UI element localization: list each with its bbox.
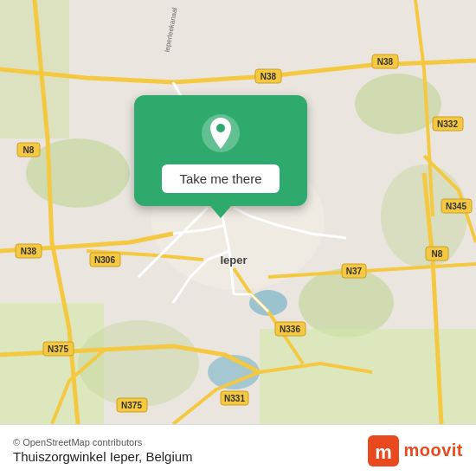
svg-point-1 <box>26 138 130 208</box>
popup-card: Take me there <box>134 95 307 206</box>
moovit-text: moovit <box>403 441 463 460</box>
svg-text:m: m <box>376 441 393 463</box>
svg-text:N8: N8 <box>23 145 35 155</box>
svg-text:N37: N37 <box>346 267 363 276</box>
svg-text:N38: N38 <box>377 57 394 67</box>
svg-text:Ieper: Ieper <box>220 254 247 267</box>
svg-point-6 <box>78 320 199 407</box>
svg-text:N38: N38 <box>261 72 277 81</box>
svg-text:N38: N38 <box>21 247 37 256</box>
svg-point-41 <box>216 124 225 132</box>
svg-text:N345: N345 <box>446 202 466 211</box>
svg-text:N332: N332 <box>437 119 458 129</box>
moovit-m-icon: m <box>368 435 399 466</box>
map-container: N8 N38 N38 N38 N332 N345 N8 N306 N37 N37… <box>0 0 476 424</box>
svg-text:N331: N331 <box>224 394 245 403</box>
openstreetmap-credit: © OpenStreetMap contributors <box>13 437 193 447</box>
svg-text:N375: N375 <box>121 401 142 410</box>
moovit-logo: m moovit <box>368 435 463 466</box>
bottom-bar: © OpenStreetMap contributors Thuiszorgwi… <box>0 424 476 476</box>
svg-text:N8: N8 <box>432 249 443 259</box>
svg-rect-5 <box>260 329 476 424</box>
svg-text:N306: N306 <box>94 255 115 265</box>
svg-text:N375: N375 <box>48 344 68 354</box>
location-pin-icon <box>200 113 241 154</box>
svg-text:N336: N336 <box>280 325 300 334</box>
location-label: Thuiszorgwinkel Ieper, Belgium <box>13 449 193 464</box>
take-me-there-button[interactable]: Take me there <box>162 164 279 193</box>
svg-point-3 <box>299 268 394 338</box>
bottom-left-info: © OpenStreetMap contributors Thuiszorgwi… <box>13 437 193 464</box>
